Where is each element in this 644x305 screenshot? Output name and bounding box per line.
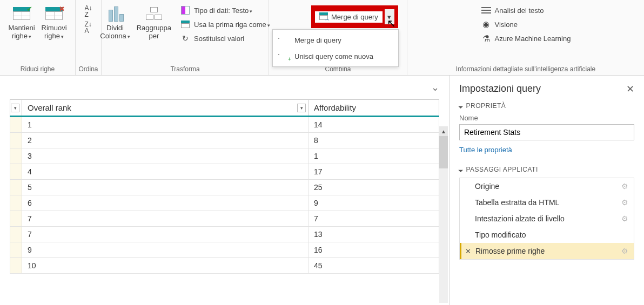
step-label: Tabella estratta da HTML: [475, 198, 559, 207]
vertical-scrollbar[interactable]: ▲: [439, 126, 448, 303]
sort-asc-button[interactable]: A↓Z: [81, 3, 95, 19]
cell-overall-rank[interactable]: 3: [22, 148, 308, 164]
merge-label: Merge di query: [331, 13, 378, 21]
applied-step[interactable]: Tabella estratta da HTML⚙: [460, 194, 634, 211]
vision-button[interactable]: ◉Visione: [478, 17, 521, 31]
data-preview-pane: ⌄ ▾ Overall rank▾ Affordability 11428314…: [0, 76, 450, 305]
cell-overall-rank[interactable]: 4: [22, 164, 308, 180]
properties-header[interactable]: PROPRIETÀ: [459, 102, 634, 110]
applied-step[interactable]: Intestazioni alzate di livello⚙: [460, 211, 634, 227]
data-table: ▾ Overall rank▾ Affordability 1142831417…: [10, 99, 439, 274]
col-affordability-header[interactable]: Affordability: [308, 100, 439, 117]
text-analytics-button[interactable]: Analisi del testo: [478, 3, 547, 17]
merge-item-label: Merge di query: [294, 36, 341, 44]
replace-values-button[interactable]: ↻Sostituisci valori: [177, 31, 247, 45]
query-name-input[interactable]: [459, 124, 634, 140]
remove-rows-button[interactable]: ✖ Rimuovirighe: [38, 3, 70, 42]
text-analytics-label: Analisi del testo: [495, 6, 544, 15]
table-row[interactable]: 114: [10, 117, 439, 133]
main-area: ⌄ ▾ Overall rank▾ Affordability 11428314…: [0, 76, 644, 305]
cursor-icon: ↖: [387, 17, 396, 30]
cell-overall-rank[interactable]: 10: [22, 258, 308, 274]
cell-affordability[interactable]: 9: [308, 195, 439, 211]
cell-affordability[interactable]: 25: [308, 180, 439, 195]
split-column-button[interactable]: DividiColonna: [97, 3, 133, 42]
merge-dropdown-menu: Merge di query + Unisci query come nuova: [272, 29, 399, 67]
steps-header[interactable]: PASSAGGI APPLICATI: [459, 166, 634, 173]
table-row[interactable]: 916: [10, 242, 439, 258]
table-row[interactable]: 28: [10, 133, 439, 148]
sort-desc-button[interactable]: Z↓A: [81, 19, 95, 36]
cell-affordability[interactable]: 8: [308, 133, 439, 148]
applied-step[interactable]: Tipo modificato: [460, 227, 634, 243]
ribbon: ✔ Mantienirighe ✖ Rimuovirighe Riduci ri…: [0, 0, 644, 76]
merge-dropdown-toggle[interactable]: ▾ ↖: [385, 9, 394, 24]
cell-affordability[interactable]: 17: [308, 164, 439, 180]
replace-label: Sostituisci valori: [194, 35, 244, 43]
aml-label: Azure Machine Learning: [495, 35, 571, 43]
group-transform: DividiColonna Raggruppaper Tipo di dati:…: [102, 0, 269, 75]
datatype-label: Tipo di dati: Testo: [194, 6, 252, 15]
table-row[interactable]: 31: [10, 148, 439, 164]
cell-affordability[interactable]: 14: [308, 117, 439, 133]
table-row[interactable]: 525: [10, 180, 439, 195]
cell-overall-rank[interactable]: 5: [22, 180, 308, 195]
col-overall-rank-label: Overall rank: [28, 103, 71, 112]
table-row[interactable]: 713: [10, 227, 439, 242]
merge-queries-button[interactable]: ↔ Merge di query ▾ ↖: [311, 5, 398, 28]
merge-queries-item[interactable]: Merge di query: [273, 32, 398, 48]
firstrow-label: Usa la prima riga come: [194, 21, 270, 29]
merge-as-new-item[interactable]: + Unisci query come nuova: [273, 48, 398, 64]
col-overall-rank-filter[interactable]: ▾: [297, 104, 306, 112]
group-by-button[interactable]: Raggruppaper: [133, 3, 175, 41]
first-row-headers-button[interactable]: Usa la prima riga come: [177, 17, 273, 31]
col-overall-rank-header[interactable]: Overall rank▾: [22, 100, 308, 117]
gear-icon[interactable]: ⚙: [621, 214, 628, 223]
cell-overall-rank[interactable]: 2: [22, 133, 308, 148]
all-properties-link[interactable]: Tutte le proprietà: [459, 146, 512, 154]
cell-overall-rank[interactable]: 9: [22, 242, 308, 258]
cell-affordability[interactable]: 13: [308, 227, 439, 242]
gear-icon[interactable]: ⚙: [621, 182, 628, 191]
cell-overall-rank[interactable]: 6: [22, 195, 308, 211]
query-settings-panel: Impostazioni query ✕ PROPRIETÀ Nome Tutt…: [450, 76, 644, 305]
row-index-cell: [10, 195, 22, 211]
table-row[interactable]: 417: [10, 164, 439, 180]
step-label: Rimosse prime righe: [475, 247, 545, 255]
expand-formula-button[interactable]: ⌄: [431, 82, 439, 93]
applied-step[interactable]: ✕Rimosse prime righe⚙: [460, 243, 634, 259]
delete-step-icon[interactable]: ✕: [465, 247, 471, 255]
vision-label: Visione: [495, 21, 518, 29]
cell-affordability[interactable]: 45: [308, 258, 439, 274]
keep-rows-button[interactable]: ✔ Mantienirighe: [5, 3, 38, 42]
table-row[interactable]: 1045: [10, 258, 439, 274]
ai-group-label: Informazioni dettagliate sull'intelligen…: [456, 63, 595, 74]
cell-overall-rank[interactable]: 7: [22, 211, 308, 227]
cell-overall-rank[interactable]: 1: [22, 117, 308, 133]
remove-rows-label: Rimuovi: [42, 24, 67, 32]
table-row[interactable]: 69: [10, 195, 439, 211]
flask-icon: ⚗: [481, 33, 492, 44]
applied-step[interactable]: Origine⚙: [460, 178, 634, 194]
cell-overall-rank[interactable]: 7: [22, 227, 308, 242]
gear-icon[interactable]: ⚙: [621, 198, 628, 207]
gear-icon[interactable]: ⚙: [621, 247, 628, 255]
close-panel-button[interactable]: ✕: [626, 83, 634, 95]
row-index-cell: [10, 227, 22, 242]
aml-button[interactable]: ⚗Azure Machine Learning: [478, 31, 574, 45]
cell-affordability[interactable]: 16: [308, 242, 439, 258]
row-index-header[interactable]: ▾: [10, 100, 22, 117]
step-label: Tipo modificato: [475, 231, 526, 239]
merge-icon: ↔: [319, 12, 328, 22]
cell-affordability[interactable]: 7: [308, 211, 439, 227]
table-row[interactable]: 77: [10, 211, 439, 227]
split-sub: Colonna: [100, 32, 130, 40]
data-type-button[interactable]: Tipo di dati: Testo: [177, 3, 256, 17]
scroll-thumb[interactable]: [439, 136, 448, 168]
row-index-dropdown[interactable]: ▾: [11, 104, 19, 112]
formula-bar: ⌄: [0, 76, 449, 99]
scroll-up-arrow[interactable]: ▲: [439, 126, 448, 136]
cell-affordability[interactable]: 1: [308, 148, 439, 164]
row-index-cell: [10, 148, 22, 164]
group-reduce-rows: ✔ Mantienirighe ✖ Rimuovirighe Riduci ri…: [0, 0, 76, 75]
